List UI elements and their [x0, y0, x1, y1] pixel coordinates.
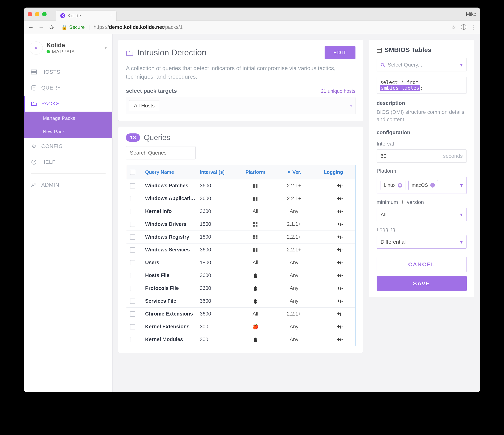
select-query-dropdown[interactable]: Select Query... ▾ — [377, 58, 467, 72]
row-checkbox[interactable] — [130, 209, 135, 214]
url-text[interactable]: https://demo.kolide.kolide.net/packs/1 — [94, 24, 183, 30]
svg-rect-26 — [256, 250, 257, 252]
table-row[interactable]: Windows Applicati…36002.2.1++/- — [126, 192, 355, 205]
platform-input[interactable]: Linux×macOS× ▾ — [377, 177, 467, 194]
nav-query[interactable]: QUERY — [24, 80, 112, 96]
svg-rect-21 — [253, 237, 255, 239]
brand[interactable]: K Kolide MARPAIA ▾ — [24, 40, 112, 60]
query-platform — [236, 272, 275, 278]
row-checkbox[interactable] — [130, 183, 135, 189]
query-name: Kernel Info — [145, 208, 200, 214]
table-row[interactable]: Windows Registry18002.2.1++/- — [126, 230, 355, 243]
row-checkbox[interactable] — [130, 247, 135, 253]
row-checkbox[interactable] — [130, 273, 135, 278]
browser-tab[interactable]: K Kolide × — [56, 10, 117, 21]
table-row[interactable]: Hosts File3600Any+/- — [126, 269, 355, 282]
row-checkbox[interactable] — [130, 196, 135, 201]
query-version: Any — [275, 337, 313, 343]
chevron-down-icon[interactable]: ▾ — [105, 45, 107, 51]
secure-indicator[interactable]: 🔒 Secure — [61, 24, 85, 30]
row-checkbox[interactable] — [130, 286, 135, 291]
svg-rect-20 — [256, 235, 257, 237]
row-checkbox[interactable] — [130, 324, 135, 329]
target-chip[interactable]: All Hosts — [129, 100, 159, 111]
col-logging[interactable]: Logging — [313, 169, 345, 175]
nav-admin[interactable]: ADMIN — [24, 177, 112, 193]
table-row[interactable]: Users1800AllAny+/- — [126, 256, 355, 269]
row-checkbox[interactable] — [130, 337, 135, 342]
svg-rect-24 — [256, 248, 257, 250]
interval-input[interactable]: 60 seconds — [377, 149, 467, 163]
close-window-icon[interactable] — [28, 12, 32, 16]
info-icon[interactable]: ⓘ — [461, 23, 467, 31]
table-row[interactable]: Windows Services36002.2.1++/- — [126, 243, 355, 256]
subnav-manage-packs[interactable]: Manage Packs — [24, 112, 112, 125]
query-logging: +/- — [313, 272, 345, 278]
back-icon[interactable]: ← — [27, 24, 34, 31]
cancel-button[interactable]: CANCEL — [377, 257, 467, 272]
chevron-down-icon[interactable]: ▾ — [350, 103, 352, 108]
query-logging: +/- — [313, 324, 345, 330]
query-interval: 1800 — [200, 260, 236, 266]
subnav-new-pack[interactable]: New Pack — [24, 125, 112, 138]
col-interval[interactable]: Interval [s] — [200, 169, 236, 175]
select-all-checkbox[interactable] — [130, 170, 135, 175]
platform-chip[interactable]: macOS× — [408, 180, 438, 190]
tab-close-icon[interactable]: × — [110, 13, 112, 18]
table-row[interactable]: Services File3600Any+/- — [126, 295, 355, 308]
query-platform — [236, 221, 275, 227]
platform-label: Platform — [377, 168, 467, 174]
row-checkbox[interactable] — [130, 222, 135, 227]
reload-icon[interactable]: ⟳ — [48, 24, 55, 31]
logging-select[interactable]: Differential ▾ — [377, 235, 467, 249]
table-row[interactable]: Kernel Info3600AllAny+/- — [126, 205, 355, 218]
query-detail-panel: SMBIOS Tables Select Query... ▾ select *… — [369, 40, 474, 297]
search-queries-input[interactable] — [126, 146, 196, 159]
brand-org: MARPAIA — [52, 49, 75, 55]
remove-chip-icon[interactable]: × — [430, 183, 435, 188]
col-platform[interactable]: Platform — [236, 169, 275, 175]
nav-label: CONFIG — [41, 143, 63, 149]
table-row[interactable]: Windows Drivers18002.1.1++/- — [126, 218, 355, 230]
row-checkbox[interactable] — [130, 299, 135, 304]
description-text: BIOS (DMI) structure common details and … — [377, 108, 467, 123]
table-row[interactable]: Kernel Extensions300🍎Any+/- — [126, 320, 355, 333]
forward-icon[interactable]: → — [38, 24, 45, 31]
table-row[interactable]: Chrome Extensions3600All2.2.1++/- — [126, 308, 355, 320]
nav-help[interactable]: ? HELP — [24, 154, 112, 170]
nav-packs[interactable]: PACKS — [24, 96, 112, 112]
query-version: 2.2.1+ — [275, 234, 313, 240]
browser-profile[interactable]: Mike — [466, 11, 476, 17]
row-checkbox[interactable] — [130, 311, 135, 317]
secure-label: Secure — [69, 24, 85, 30]
col-name[interactable]: Query Name — [145, 169, 200, 175]
remove-chip-icon[interactable]: × — [398, 183, 402, 188]
table-row[interactable]: Protocols File3600Any+/- — [126, 282, 355, 295]
bookmark-icon[interactable]: ☆ — [451, 24, 456, 31]
maximize-window-icon[interactable] — [42, 12, 46, 16]
edit-button[interactable]: EDIT — [324, 46, 355, 59]
browser-menu-icon[interactable]: ⋮ — [471, 24, 477, 31]
svg-rect-1 — [31, 72, 36, 72]
query-logging: +/- — [313, 298, 345, 304]
col-version[interactable]: ✦ Ver. — [275, 169, 313, 175]
save-button[interactable]: SAVE — [377, 276, 467, 291]
minimize-window-icon[interactable] — [35, 12, 39, 16]
table-row[interactable]: Windows Patches36002.2.1++/- — [126, 179, 355, 192]
query-platform: All — [236, 208, 275, 214]
row-checkbox[interactable] — [130, 260, 135, 265]
svg-rect-17 — [253, 225, 255, 227]
nav-config[interactable]: ⚙ CONFIG — [24, 138, 112, 154]
queries-panel: 13 Queries Query Name Interval [s] Platf… — [118, 127, 363, 353]
svg-point-38 — [381, 63, 384, 66]
favicon-icon: K — [60, 13, 65, 18]
status-dot-icon — [46, 50, 50, 53]
platform-chip[interactable]: Linux× — [380, 180, 405, 190]
min-version-select[interactable]: All ▾ — [377, 208, 467, 221]
query-name: Kernel Modules — [145, 337, 200, 343]
table-row[interactable]: Kernel Modules300Any+/- — [126, 333, 355, 346]
nav-hosts[interactable]: HOSTS — [24, 64, 112, 80]
targets-input[interactable]: All Hosts ▾ — [126, 97, 355, 114]
table-header: Query Name Interval [s] Platform ✦ Ver. … — [126, 165, 355, 179]
row-checkbox[interactable] — [130, 235, 135, 240]
